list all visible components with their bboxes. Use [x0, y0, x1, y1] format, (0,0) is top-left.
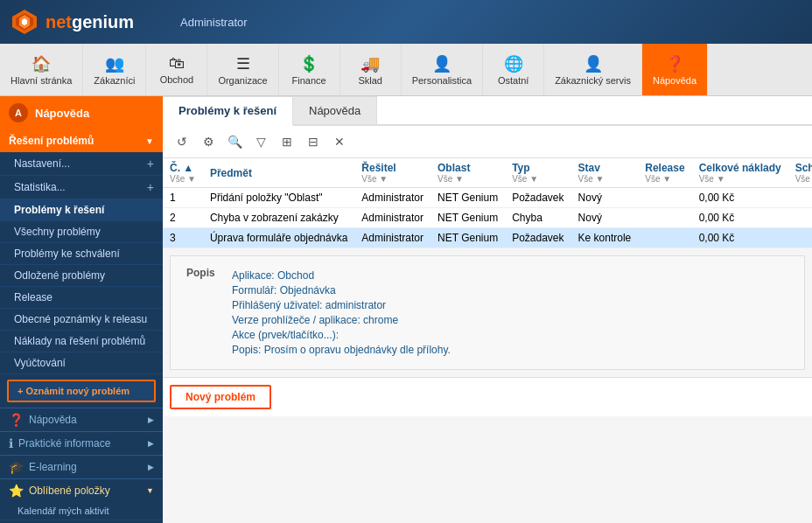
table-cell-typ: Požadavek [505, 228, 570, 248]
sidebar-item-label: Nastavení... [14, 157, 70, 170]
nav-home-label: Hlavní stránka [10, 75, 72, 86]
nav-finance[interactable]: 💲 Finance [279, 44, 340, 95]
sidebar-section-oblibene[interactable]: ⭐ Oblíbené položky ▼ [0, 478, 163, 502]
table-cell-num: 2 [163, 208, 203, 228]
table-cell-typ: Chyba [505, 208, 570, 228]
sidebar-item-label: Statistika... [14, 181, 66, 193]
detail-akce: Akce (prvek/tlačítko...): [232, 329, 788, 341]
napoveda-icon: ❓ [9, 413, 24, 427]
sidebar-item-release[interactable]: Release [0, 287, 163, 309]
nav-help-label: Nápověda [653, 75, 696, 86]
col-schvaluje: Schvaluje Vše ▼ [788, 158, 812, 188]
detail-uzivatel: Přihlášený uživatel: administrator [232, 299, 788, 311]
tab-napoveda[interactable]: Nápověda [293, 96, 377, 124]
sidebar-section2-label: E-learning [29, 461, 77, 473]
toolbar: ↺ ⚙ 🔍 ▽ ⊞ ⊟ ✕ [163, 126, 812, 158]
table-cell-predmet: Přidání položky "Oblast" [203, 188, 354, 208]
nav-org-label: Organizace [218, 75, 267, 86]
filter-button[interactable]: ▽ [250, 131, 271, 152]
sidebar-item-nastaveni[interactable]: Nastavení... + [0, 152, 163, 176]
table-cell-naklady: 0,00 Kč [692, 208, 788, 228]
sidebar-item-odlozene[interactable]: Odložené problémy [0, 265, 163, 287]
filter-naklady[interactable]: Vše ▼ [699, 174, 781, 184]
table-cell-num: 3 [163, 228, 203, 248]
nav-hr-label: Personalistica [412, 75, 472, 86]
nav-org[interactable]: ☰ Organizace [207, 44, 278, 95]
tab-napoveda-label: Nápověda [309, 104, 360, 117]
col-release: Release Vše ▼ [638, 158, 691, 188]
filter-num[interactable]: Vše ▼ [170, 174, 196, 184]
chevron-icon: ▶ [148, 415, 154, 424]
content-area: Problémy k řešení Nápověda ↺ ⚙ 🔍 ▽ ⊞ ⊟ ✕ [163, 96, 812, 523]
filter-release[interactable]: Vše ▼ [645, 174, 684, 184]
nav-customers[interactable]: 👥 Zákazníci [83, 44, 146, 95]
sidebar: A Nápověda Řešení problémů ▼ Nastavení..… [0, 96, 163, 523]
table-row[interactable]: 3Úprava formuláře objednávkaAdministrato… [163, 228, 812, 248]
finance-icon: 💲 [299, 54, 318, 73]
sidebar-section-problems[interactable]: Řešení problémů ▼ [0, 129, 163, 152]
refresh-button[interactable]: ↺ [172, 131, 192, 152]
col-typ: Typ Vše ▼ [505, 158, 570, 188]
nav-other-label: Ostatní [498, 75, 528, 86]
new-problem-button[interactable]: Nový problém [170, 385, 271, 409]
sidebar-section2-label: Oblíbené položky [29, 485, 110, 497]
sidebar-item-vyuctovani[interactable]: Vyúčtování [0, 352, 163, 374]
tab-problemy-label: Problémy k řešení [178, 104, 276, 117]
table-cell-release [638, 208, 691, 228]
nav-warehouse[interactable]: 🚚 Sklad [340, 44, 402, 95]
sidebar-item-ke-schvaleni[interactable]: Problémy ke schválení [0, 243, 163, 265]
sidebar-section-label: Řešení problémů [9, 135, 94, 147]
filter-schvaluje[interactable]: Vše ▼ [795, 174, 812, 184]
sidebar-section-napoveda[interactable]: ❓ Nápověda ▶ [0, 408, 163, 431]
sidebar-section-elearning[interactable]: 🎓 E-learning ▶ [0, 455, 163, 478]
expand-button[interactable]: ⊞ [276, 131, 298, 152]
table-cell-oblast: NET Genium [430, 208, 505, 228]
filter-resitel[interactable]: Vše ▼ [361, 174, 424, 184]
detail-formular: Formulář: Objednávka [232, 284, 788, 296]
customers-icon: 👥 [105, 54, 124, 73]
table-row[interactable]: 2Chyba v zobrazení zakázkyAdministratorN… [163, 208, 812, 228]
nav-other[interactable]: 🌐 Ostatní [483, 44, 544, 95]
col-num: Č. ▲ Vše ▼ [163, 158, 203, 188]
sidebar-item-label: Všechny problémy [14, 226, 101, 238]
col-predmet: Předmět [203, 158, 354, 188]
detail-popis: Popis: Prosím o opravu objednávky dle př… [232, 344, 788, 356]
chevron-icon: ▶ [148, 439, 154, 448]
nav-service[interactable]: 👤 Zákaznický servis [544, 44, 642, 95]
filter-stav[interactable]: Vše ▼ [578, 174, 632, 184]
plus-icon: + [147, 180, 154, 194]
filter-oblast[interactable]: Vše ▼ [438, 174, 498, 184]
sidebar-item-problemy[interactable]: Problémy k řešení [0, 199, 163, 221]
sidebar-sub-label: Kalendář mých aktivit [18, 506, 109, 516]
tab-problemy[interactable]: Problémy k řešení [163, 96, 293, 126]
sidebar-sub-kalendar[interactable]: Kalendář mých aktivit [0, 502, 163, 520]
logo-icon [9, 6, 40, 38]
hr-icon: 👤 [432, 54, 452, 73]
data-table: Č. ▲ Vše ▼ Předmět Řešitel Vše ▼ Oblast [163, 158, 812, 248]
sidebar-item-naklady[interactable]: Náklady na řešení problémů [0, 331, 163, 352]
collapse-button[interactable]: ⊟ [303, 131, 324, 152]
nav-hr[interactable]: 👤 Personalistica [402, 44, 483, 95]
table-row[interactable]: 1Přidání položky "Oblast"AdministratorNE… [163, 188, 812, 208]
search-button[interactable]: 🔍 [224, 131, 245, 152]
nav-help[interactable]: ❓ Nápověda [642, 44, 708, 95]
table-cell-schvaluje [788, 228, 812, 248]
new-problem-sidebar-button[interactable]: + Oznámit nový problém [7, 380, 156, 402]
sidebar-section2-label: Nápověda [29, 414, 77, 426]
nav-commerce[interactable]: 🛍 Obchod [146, 44, 207, 95]
detail-verze: Verze prohlížeče / aplikace: chrome [232, 314, 788, 326]
close-button[interactable]: ✕ [329, 131, 350, 152]
sidebar-item-obecne[interactable]: Obecné poznámky k releasu [0, 309, 163, 331]
filter-typ[interactable]: Vše ▼ [512, 174, 564, 184]
nav-customers-label: Zákazníci [94, 75, 135, 86]
elearning-icon: 🎓 [9, 460, 24, 474]
org-icon: ☰ [236, 54, 250, 73]
nav-service-label: Zákaznický servis [555, 75, 631, 86]
settings-button[interactable]: ⚙ [198, 131, 219, 152]
nav-commerce-label: Obchod [160, 74, 194, 85]
sidebar-item-vsechny[interactable]: Všechny problémy [0, 221, 163, 243]
sidebar-section-prakticke[interactable]: ℹ Praktické informace ▶ [0, 431, 163, 455]
sidebar-item-label: Náklady na řešení problémů [14, 335, 145, 347]
sidebar-item-statistika[interactable]: Statistika... + [0, 176, 163, 199]
nav-home[interactable]: 🏠 Hlavní stránka [0, 44, 83, 95]
